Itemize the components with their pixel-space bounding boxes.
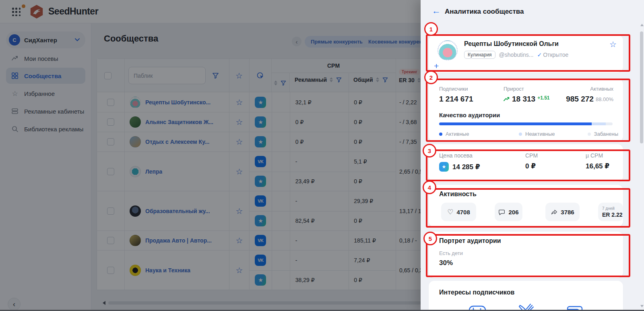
legend-dot-inactive	[519, 133, 522, 136]
portrait-title: Портрет аудитории	[439, 237, 501, 245]
scrollbar-up-arrow[interactable]	[640, 24, 644, 26]
back-arrow-icon[interactable]: ←	[432, 6, 441, 16]
vertical-scrollbar-thumb[interactable]	[640, 31, 643, 143]
legend-dot-banned	[588, 133, 591, 136]
annotation-number-1: 1	[424, 22, 438, 36]
community-card: Рецепты Шобутинской Ольги Кулинария @sho…	[429, 35, 623, 73]
seed-price-value: 14 285 ₽	[452, 163, 480, 171]
legend-dot-active	[439, 133, 442, 136]
interests-card: Интересы подписчиков	[429, 281, 623, 311]
cpm-label: CPM	[525, 152, 538, 159]
interests-title: Интересы подписчиков	[439, 289, 514, 296]
growth-label: Прирост	[504, 86, 550, 92]
growth-arrow-icon	[504, 96, 510, 102]
portrait-metric-label: Есть дети	[439, 250, 463, 256]
stats-card: Подписчики 1 214 671 Прирост 18 313 +1.5…	[429, 79, 623, 142]
quality-active-segment	[439, 122, 592, 125]
activity-title: Активность	[439, 191, 477, 198]
community-status: Открытое	[543, 52, 568, 58]
mcpm-value: 16,65 ₽	[586, 162, 609, 170]
share-arrow-icon	[551, 209, 557, 216]
er-value: ER 2.22	[602, 211, 623, 218]
annotation-number-2: 2	[424, 70, 438, 84]
audience-quality-label: Качество аудитории	[439, 112, 500, 118]
shares-chip: 3786	[545, 203, 580, 221]
community-handle: @shobutins...	[499, 52, 534, 58]
seed-price-label: Цена посева	[439, 152, 473, 159]
comments-count: 206	[508, 209, 518, 216]
app-screen: SeedHunter С СидХантер Мои посевы Сообще…	[0, 0, 644, 311]
panel-header: ← Аналитика сообщества	[421, 0, 644, 25]
cpm-value: 0 ₽	[525, 162, 536, 170]
subscribers-value: 1 214 671	[439, 95, 473, 104]
tg-star-icon: ★	[439, 162, 449, 172]
audience-quality-bar	[439, 122, 613, 125]
comment-icon	[498, 209, 505, 216]
legend-banned-label: Забанены	[594, 131, 618, 137]
quality-inactive-segment	[592, 122, 605, 125]
shares-count: 3786	[561, 209, 574, 216]
active-value: 985 272	[566, 95, 594, 104]
er-period: 7 дней	[602, 206, 615, 211]
annotation-number-3: 3	[423, 144, 436, 158]
analytics-panel: ← Аналитика сообщества Рецепты Шобутинск…	[421, 0, 644, 311]
portrait-metric-value: 30%	[439, 259, 453, 267]
annotation-number-4: 4	[423, 180, 436, 194]
community-avatar	[438, 40, 458, 60]
audience-portrait-card: Портрет аудитории Есть дети 30%	[429, 232, 623, 278]
community-name: Рецепты Шобутинской Ольги	[464, 40, 559, 48]
scrollbar-down-arrow[interactable]	[640, 305, 644, 307]
active-percent: 88.00%	[596, 96, 613, 102]
add-plus-icon[interactable]: +	[434, 62, 439, 70]
favorite-star-icon[interactable]: ☆	[609, 39, 617, 49]
legend-inactive-label: Неактивные	[525, 131, 555, 137]
annotation-number-5: 5	[423, 232, 437, 245]
mcpm-label: µ CPM	[586, 152, 603, 159]
subscribers-label: Подписчики	[439, 86, 473, 92]
likes-count: 4708	[456, 209, 470, 216]
price-card: Цена посева ★ 14 285 ₽ CPM 0 ₽ µ CPM 16,…	[429, 144, 623, 182]
growth-value: 18 313	[512, 95, 535, 104]
panel-title: Аналитика сообщества	[445, 8, 524, 16]
quality-banned-segment	[606, 122, 613, 125]
check-icon: ✓	[537, 52, 542, 58]
dim-overlay[interactable]	[0, 0, 421, 311]
likes-chip: ♡ 4708	[441, 203, 476, 221]
activity-card: Активность ♡ 4708 206 3786 7 дней ER 2.2…	[429, 185, 623, 227]
active-label: Активных	[566, 86, 613, 92]
growth-delta: +1.51	[537, 95, 549, 101]
category-chip: Кулинария	[464, 51, 495, 59]
comments-chip: 206	[495, 203, 522, 221]
heart-icon: ♡	[447, 208, 453, 216]
legend-active-label: Активные	[446, 131, 469, 137]
er-chip: 7 дней ER 2.22	[598, 203, 623, 221]
